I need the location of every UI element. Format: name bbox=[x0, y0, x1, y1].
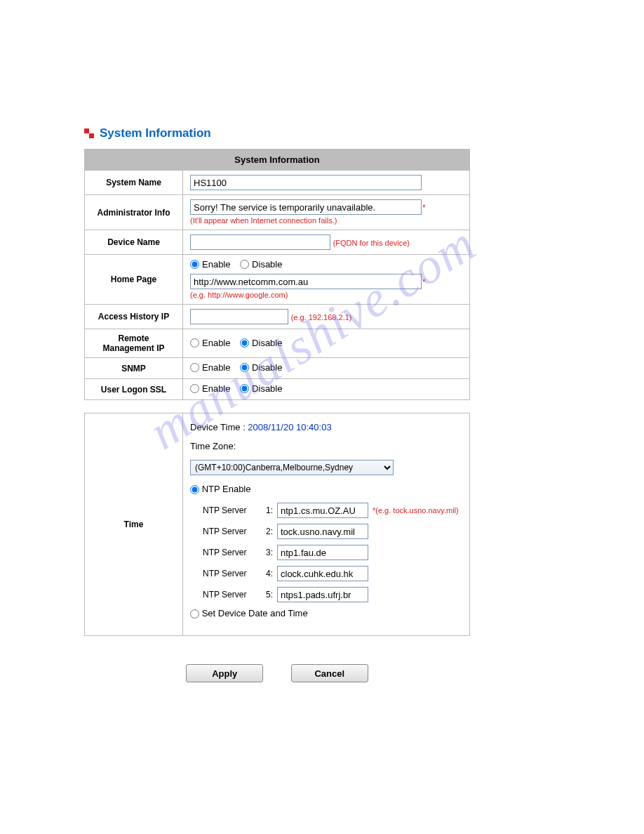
remote-disable-radio[interactable] bbox=[240, 338, 249, 348]
ntp-num-1: 1: bbox=[259, 505, 273, 515]
enable-label: Enable bbox=[202, 362, 230, 373]
page-header: System Information bbox=[84, 126, 560, 140]
row-user-logon-ssl: User Logon SSL Enable Disable bbox=[85, 379, 470, 400]
device-time-value: 2008/11/20 10:40:03 bbox=[248, 422, 331, 432]
ntp-server-3-input[interactable] bbox=[277, 545, 368, 560]
ntp-num-3: 3: bbox=[259, 548, 273, 557]
disable-label: Disable bbox=[252, 383, 282, 394]
snmp-disable-radio[interactable] bbox=[240, 363, 249, 372]
row-snmp: SNMP Enable Disable bbox=[85, 358, 470, 379]
label-user-logon-ssl: User Logon SSL bbox=[85, 379, 183, 400]
table-header: System Information bbox=[85, 150, 470, 171]
ntp-num-5: 5: bbox=[259, 590, 273, 600]
row-remote-mgmt-ip: Remote Management IP Enable Disable bbox=[85, 329, 470, 358]
label-remote-mgmt-ip: Remote Management IP bbox=[85, 329, 183, 358]
hint-access-history: (e.g. 192.168.2.1) bbox=[291, 313, 352, 322]
required-star: * bbox=[422, 203, 426, 213]
snmp-enable-radio[interactable] bbox=[190, 363, 199, 372]
system-name-input[interactable] bbox=[190, 175, 422, 190]
disable-label: Disable bbox=[252, 338, 282, 348]
timezone-label: Time Zone: bbox=[190, 441, 462, 451]
set-device-date-radio[interactable] bbox=[190, 609, 199, 618]
hint-homepage: (e.g. http://www.google.com) bbox=[190, 291, 288, 299]
hint-device-name: (FQDN for this device) bbox=[333, 239, 410, 247]
label-device-name: Device Name bbox=[85, 230, 183, 255]
label-snmp: SNMP bbox=[85, 358, 183, 379]
ntp-num-4: 4: bbox=[259, 569, 273, 578]
ntp-server-label: NTP Server bbox=[203, 527, 259, 536]
system-info-table: System Information System Name Administr… bbox=[84, 149, 470, 400]
device-time-label: Device Time : bbox=[190, 422, 248, 432]
ntp-num-2: 2: bbox=[259, 527, 273, 536]
set-device-date-label: Set Device Date and Time bbox=[202, 608, 308, 618]
homepage-enable-radio[interactable] bbox=[190, 260, 199, 269]
row-system-name: System Name bbox=[85, 171, 470, 195]
ntp-server-label: NTP Server bbox=[203, 569, 259, 578]
required-star: * bbox=[422, 277, 426, 287]
label-home-page: Home Page bbox=[85, 255, 183, 305]
row-admin-info: Administrator Info * (It'll appear when … bbox=[85, 195, 470, 230]
label-admin-info: Administrator Info bbox=[85, 195, 183, 230]
ntp-server-label: NTP Server bbox=[203, 548, 259, 557]
row-access-history-ip: Access History IP (e.g. 192.168.2.1) bbox=[85, 305, 470, 329]
system-info-icon bbox=[84, 128, 94, 138]
ntp-server-4-input[interactable] bbox=[277, 566, 368, 581]
row-home-page: Home Page Enable Disable * (e.g. http://… bbox=[85, 255, 470, 305]
enable-label: Enable bbox=[202, 259, 230, 270]
admin-info-input[interactable] bbox=[190, 199, 422, 215]
ntp-server-label: NTP Server bbox=[203, 590, 259, 600]
enable-label: Enable bbox=[202, 338, 230, 348]
label-time: Time bbox=[85, 413, 183, 636]
ssl-disable-radio[interactable] bbox=[240, 384, 249, 393]
button-row: Apply Cancel bbox=[84, 664, 470, 682]
hint-admin-info: (It'll appear when Internet connection f… bbox=[190, 216, 337, 225]
ntp-enable-radio[interactable] bbox=[190, 485, 199, 494]
disable-label: Disable bbox=[252, 362, 282, 373]
hint-ntp: *(e.g. tock.usno.navy.mil) bbox=[373, 506, 459, 515]
ntp-enable-label: NTP Enable bbox=[202, 484, 251, 494]
apply-button[interactable]: Apply bbox=[186, 664, 263, 682]
time-table: Time Device Time : 2008/11/20 10:40:03 T… bbox=[84, 413, 470, 636]
ntp-server-label: NTP Server bbox=[203, 505, 259, 515]
device-name-input[interactable] bbox=[190, 234, 330, 250]
disable-label: Disable bbox=[252, 259, 282, 270]
ntp-server-1-input[interactable] bbox=[277, 503, 368, 518]
cancel-button[interactable]: Cancel bbox=[291, 664, 368, 682]
row-time: Time Device Time : 2008/11/20 10:40:03 T… bbox=[85, 413, 470, 636]
label-access-history-ip: Access History IP bbox=[85, 305, 183, 329]
ntp-server-5-input[interactable] bbox=[277, 587, 368, 602]
row-device-name: Device Name (FQDN for this device) bbox=[85, 230, 470, 255]
homepage-url-input[interactable] bbox=[190, 274, 422, 289]
label-system-name: System Name bbox=[85, 171, 183, 195]
homepage-disable-radio[interactable] bbox=[240, 260, 249, 269]
enable-label: Enable bbox=[202, 383, 230, 394]
ssl-enable-radio[interactable] bbox=[190, 384, 199, 393]
access-history-ip-input[interactable] bbox=[190, 309, 288, 324]
ntp-server-2-input[interactable] bbox=[277, 524, 368, 539]
timezone-select[interactable]: (GMT+10:00)Canberra,Melbourne,Sydney bbox=[190, 460, 394, 475]
remote-enable-radio[interactable] bbox=[190, 338, 199, 348]
page-title: System Information bbox=[100, 126, 211, 140]
